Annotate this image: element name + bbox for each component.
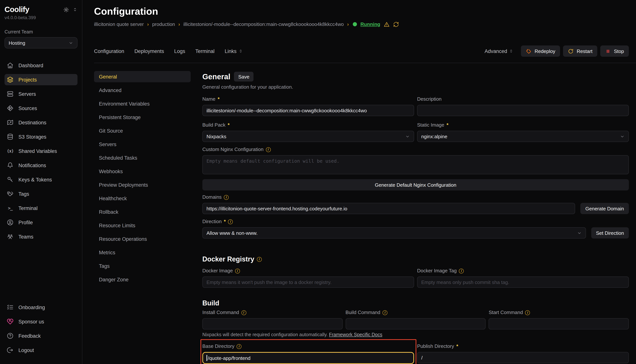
docker-image-tag-input[interactable]	[417, 276, 629, 288]
sidebar-item-label: Keys & Tokens	[19, 177, 52, 182]
docker-image-input[interactable]	[202, 276, 414, 288]
tags-icon	[7, 190, 14, 197]
body-row: GeneralAdvancedEnvironment VariablesPers…	[94, 71, 629, 364]
required-asterisk	[224, 219, 226, 225]
subnav-item-advanced[interactable]: Advanced	[94, 84, 191, 96]
info-icon[interactable]	[241, 310, 246, 315]
save-button[interactable]: Save	[234, 72, 254, 82]
static-image-select[interactable]: nginx:alpine	[417, 131, 629, 142]
stop-button[interactable]: Stop	[600, 46, 629, 57]
subnav-item-general[interactable]: General	[94, 71, 191, 82]
advanced-dropdown[interactable]: Advanced	[485, 48, 514, 54]
sidebar-item-dashboard[interactable]: Dashboard	[5, 60, 78, 71]
base-directory-input[interactable]: /quote-app/frontend	[202, 352, 414, 364]
info-icon[interactable]	[459, 268, 464, 273]
info-icon[interactable]	[266, 147, 271, 152]
sidebar-item-label: S3 Storages	[19, 134, 47, 140]
breadcrumb: illicitonion quote server›production›ill…	[94, 21, 629, 28]
start-command-input[interactable]	[489, 318, 629, 330]
sidebar-item-servers[interactable]: Servers	[5, 88, 78, 100]
sidebar-item-sources[interactable]: Sources	[5, 102, 78, 114]
info-icon[interactable]	[525, 310, 530, 315]
sidebar-item-sponsor-us[interactable]: Sponsor us	[5, 316, 78, 327]
subnav-item-healthcheck[interactable]: Healthcheck	[94, 193, 191, 204]
tab-links[interactable]: Links	[225, 48, 243, 54]
info-icon[interactable]	[224, 195, 229, 200]
team-select[interactable]: Hosting	[5, 37, 78, 48]
restart-icon	[568, 48, 574, 54]
tab-logs[interactable]: Logs	[174, 48, 185, 54]
direction-select[interactable]: Allow www & non-www.	[202, 227, 586, 238]
name-input[interactable]	[202, 105, 414, 116]
subnav-item-tags[interactable]: Tags	[94, 260, 191, 272]
subnav-item-resource-operations[interactable]: Resource Operations	[94, 233, 191, 244]
info-icon[interactable]	[382, 310, 387, 315]
sidebar-item-tags[interactable]: Tags	[5, 188, 78, 200]
theme-sun-icon[interactable]	[63, 6, 69, 12]
sidebar-item-terminal[interactable]: >_Terminal	[5, 202, 78, 214]
status-running-link[interactable]: Running	[360, 21, 380, 28]
sidebar-item-shared-variables[interactable]: (x)Shared Variables	[5, 145, 78, 157]
tab-terminal[interactable]: Terminal	[195, 48, 215, 54]
build-command-input[interactable]	[345, 318, 486, 330]
warning-icon[interactable]	[384, 21, 390, 27]
sidebar-item-feedback[interactable]: Feedback	[5, 330, 78, 342]
restart-button[interactable]: Restart	[563, 46, 597, 57]
redeploy-button[interactable]: Redeploy	[521, 46, 560, 57]
info-icon[interactable]	[228, 219, 233, 224]
text-caret	[206, 355, 207, 361]
sidebar-item-notifications[interactable]: Notifications	[5, 160, 78, 171]
subnav-item-rollback[interactable]: Rollback	[94, 206, 191, 218]
publish-directory-input[interactable]	[417, 352, 629, 363]
current-team-label: Current Team	[5, 29, 78, 34]
install-command-input[interactable]	[202, 318, 342, 330]
sidebar-item-s3-storages[interactable]: S3 Storages	[5, 131, 78, 142]
sidebar-item-profile[interactable]: Profile	[5, 217, 78, 228]
sidebar-item-logout[interactable]: Logout	[5, 344, 78, 356]
docker-image-label: Docker Image	[202, 268, 233, 274]
domains-label: Domains	[202, 194, 222, 200]
section-heading-general: General	[202, 72, 230, 81]
sidebar-collapse-chevrons-icon[interactable]	[73, 7, 78, 12]
subnav-item-servers[interactable]: Servers	[94, 138, 191, 150]
sidebar-item-teams[interactable]: Teams	[5, 231, 78, 242]
git-diamond-icon	[7, 105, 14, 112]
subnav-item-persistent-storage[interactable]: Persistent Storage	[94, 112, 191, 123]
subnav-item-danger-zone[interactable]: Danger Zone	[94, 274, 191, 285]
breadcrumb-link-0[interactable]: illicitonion quote server	[94, 21, 144, 28]
chevron-down-icon	[577, 230, 582, 235]
subnav-item-webhooks[interactable]: Webhooks	[94, 166, 191, 177]
subnav-item-preview-deployments[interactable]: Preview Deployments	[94, 179, 191, 190]
generate-nginx-button[interactable]: Generate Default Nginx Configuration	[202, 179, 629, 190]
brand-logo[interactable]: Coolify	[5, 5, 29, 14]
info-icon[interactable]	[235, 268, 240, 273]
tab-deployments[interactable]: Deployments	[134, 48, 164, 54]
sidebar-item-keys-tokens[interactable]: Keys & Tokens	[5, 174, 78, 185]
domains-input[interactable]	[202, 203, 575, 214]
refresh-icon[interactable]	[393, 21, 399, 27]
info-icon[interactable]	[237, 344, 242, 349]
subnav-item-git-source[interactable]: Git Source	[94, 125, 191, 136]
map-icon	[7, 119, 14, 126]
breadcrumb-link-2[interactable]: illicitestonion/-module--decomposition:m…	[183, 21, 344, 28]
build-pack-select[interactable]: Nixpacks	[202, 131, 414, 142]
sidebar-item-onboarding[interactable]: Onboarding	[5, 302, 78, 313]
sidebar: Coolify v4.0.0-beta.399 Current Team Hos…	[0, 0, 82, 364]
set-direction-button[interactable]: Set Direction	[591, 227, 629, 238]
subnav-item-resource-limits[interactable]: Resource Limits	[94, 220, 191, 231]
info-icon[interactable]	[257, 257, 262, 262]
subnav-item-metrics[interactable]: Metrics	[94, 247, 191, 258]
tab-configuration[interactable]: Configuration	[94, 48, 124, 54]
custom-nginx-textarea[interactable]	[202, 155, 629, 174]
generate-domain-button[interactable]: Generate Domain	[580, 203, 629, 214]
description-input[interactable]	[417, 105, 629, 116]
sidebar-item-projects[interactable]: Projects	[5, 74, 78, 85]
framework-docs-link[interactable]: Framework Specific Docs	[329, 332, 382, 337]
required-asterisk	[456, 343, 458, 349]
breadcrumb-link-1[interactable]: production	[152, 21, 175, 28]
sidebar-item-destinations[interactable]: Destinations	[5, 117, 78, 128]
settings-subnav: GeneralAdvancedEnvironment VariablesPers…	[94, 71, 191, 364]
subnav-item-environment-variables[interactable]: Environment Variables	[94, 98, 191, 109]
subnav-item-scheduled-tasks[interactable]: Scheduled Tasks	[94, 152, 191, 164]
tabs: ConfigurationDeploymentsLogsTerminalLink…	[94, 48, 253, 54]
